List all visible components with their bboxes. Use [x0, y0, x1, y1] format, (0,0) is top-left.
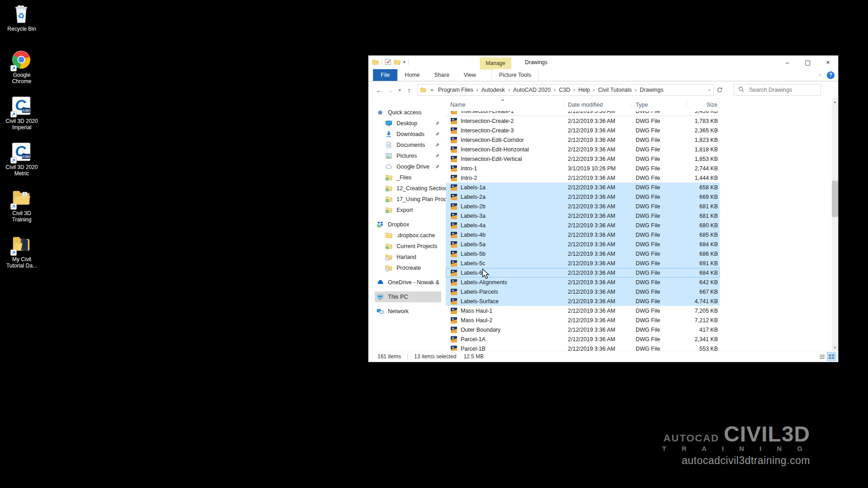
file-type: DWG File: [632, 336, 688, 343]
breadcrumb-item-help[interactable]: Help: [576, 87, 593, 93]
column-header-size[interactable]: Size: [688, 101, 720, 108]
file-row-parcel-1a[interactable]: Parcel-1A2/12/2019 3:36 AMDWG File2,341 …: [446, 334, 720, 344]
large-icons-view-icon[interactable]: [827, 352, 836, 361]
tab-home[interactable]: Home: [397, 69, 427, 81]
file-row-labels-parcels[interactable]: Labels-Parcels2/12/2019 3:36 AMDWG File6…: [446, 287, 720, 296]
file-row-labels-5b[interactable]: Labels-5b2/12/2019 3:36 AMDWG File686 KB: [446, 249, 720, 258]
sidebar-item-this-pc[interactable]: This PC: [368, 291, 446, 302]
address-folder-icon: [420, 87, 426, 93]
minimize-button[interactable]: –: [777, 56, 797, 69]
breadcrumb-overflow-chevron[interactable]: «: [429, 87, 435, 93]
search-input[interactable]: [748, 86, 816, 94]
dwg-file-icon: [450, 212, 458, 220]
recent-locations-chevron-icon[interactable]: ▼: [396, 88, 404, 93]
sidebar-item-pictures[interactable]: Pictures: [368, 150, 446, 161]
desktop-icon-civil-3d-2020-imperial[interactable]: CC3DCivil 3D 2020 Imperial: [3, 96, 41, 136]
file-row-parcel-1b[interactable]: Parcel-1B2/12/2019 3:36 AMDWG File553 KB: [446, 344, 720, 351]
collapse-ribbon-icon[interactable]: ›: [818, 74, 823, 76]
file-row-intersection-create-3[interactable]: Intersection-Create-32/12/2019 3:36 AMDW…: [446, 126, 720, 135]
scroll-up-icon[interactable]: ▲: [832, 99, 838, 105]
breadcrumb-item-civil-tutorials[interactable]: Civil Tutorials: [595, 87, 634, 93]
breadcrumb[interactable]: « Program Files›Autodesk›AutoCAD 2020›C3…: [417, 84, 714, 96]
details-view-icon[interactable]: [818, 352, 826, 361]
tab-share[interactable]: Share: [427, 69, 457, 81]
sidebar-item-desktop[interactable]: Desktop: [368, 118, 446, 129]
search-box[interactable]: [734, 84, 821, 96]
window-title: Drawings: [525, 56, 547, 69]
title-bar[interactable]: ▾ Manage Drawings – ▢ ×: [368, 56, 838, 69]
tab-file[interactable]: File: [373, 69, 397, 81]
tab-picture-tools[interactable]: Picture Tools: [491, 69, 539, 81]
properties-icon[interactable]: [385, 59, 391, 65]
file-row-labels-5c[interactable]: Labels-5c2/12/2019 3:36 AMDWG File691 KB: [446, 258, 720, 268]
forward-icon[interactable]: →: [385, 86, 396, 94]
address-dropdown-chevron-icon[interactable]: ›: [707, 89, 712, 91]
file-row-labels-1a[interactable]: Labels-1a2/12/2019 3:36 AMDWG File658 KB: [446, 183, 720, 192]
refresh-icon[interactable]: [717, 87, 723, 93]
column-header-date-modified[interactable]: Date modified: [564, 101, 632, 108]
file-row-intro-2[interactable]: Intro-22/12/2019 3:36 AMDWG File1,444 KB: [446, 173, 720, 183]
file-row-labels-5a[interactable]: Labels-5a2/12/2019 3:36 AMDWG File684 KB: [446, 239, 720, 249]
customize-toolbar-chevron-icon[interactable]: ▾: [403, 60, 406, 64]
file-row-mass-haul-1[interactable]: Mass Haul-12/12/2019 3:36 AMDWG File7,20…: [446, 306, 720, 315]
column-header-type[interactable]: Type: [632, 101, 688, 108]
sidebar-item-export[interactable]: Export: [368, 205, 446, 216]
scrollbar-thumb[interactable]: [832, 181, 838, 217]
new-folder-icon[interactable]: [394, 59, 401, 65]
sidebar-item-files[interactable]: _Files: [368, 172, 446, 183]
file-row-intersection-edit-vertical[interactable]: Intersection-Edit-Vertical2/12/2019 3:36…: [446, 154, 720, 164]
breadcrumb-item-autocad-2020[interactable]: AutoCAD 2020: [510, 87, 553, 93]
desktop-icon-civil-3d-training[interactable]: Civil 3D Training: [3, 188, 41, 228]
folder-icon[interactable]: [372, 59, 379, 65]
breadcrumb-item-drawings[interactable]: Drawings: [637, 87, 666, 93]
sidebar-item-dropbox-cache[interactable]: .dropbox.cache: [368, 230, 446, 241]
maximize-button[interactable]: ▢: [797, 56, 818, 69]
sidebar-item-current-projects[interactable]: Current Projects: [368, 241, 446, 252]
help-icon[interactable]: ?: [827, 71, 835, 79]
sidebar-item-12-creating-section[interactable]: 12_Creating Section: [368, 183, 446, 194]
column-header-name[interactable]: Name: [446, 101, 564, 108]
file-row-labels-3a[interactable]: Labels-3a2/12/2019 3:36 AMDWG File681 KB: [446, 211, 720, 221]
sidebar-item-harland[interactable]: Harland: [368, 252, 446, 263]
file-row-outer-boundary[interactable]: Outer Boundary2/12/2019 3:36 AMDWG File4…: [446, 325, 720, 334]
breadcrumb-item-program-files[interactable]: Program Files: [435, 87, 476, 93]
sidebar-item-quick-access[interactable]: Quick access: [368, 107, 446, 118]
file-name: Outer Boundary: [461, 327, 500, 333]
breadcrumb-item-autodesk[interactable]: Autodesk: [479, 87, 508, 93]
sidebar-item-dropbox[interactable]: Dropbox: [368, 219, 446, 230]
file-row-intersection-edit-horizontal[interactable]: Intersection-Edit-Horizontal2/12/2019 3:…: [446, 145, 720, 154]
desktop-icon-civil-3d-2020-metric[interactable]: CC3DCivil 3D 2020 Metric: [3, 142, 41, 182]
file-row-mass-haul-2[interactable]: Mass Haul-22/12/2019 3:36 AMDWG File7,21…: [446, 315, 720, 325]
dwg-file-icon: [450, 336, 458, 343]
sidebar-item-documents[interactable]: Documents: [368, 140, 446, 150]
file-row-labels-surface[interactable]: Labels-Surface2/12/2019 3:36 AMDWG File4…: [446, 296, 720, 306]
sidebar-item-downloads[interactable]: Downloads: [368, 129, 446, 140]
file-row-intersection-edit-corridor[interactable]: Intersection-Edit-Corridor2/12/2019 3:36…: [446, 135, 720, 145]
breadcrumb-item-c3d[interactable]: C3D: [556, 87, 573, 93]
back-icon[interactable]: ←: [374, 86, 385, 94]
watermark-brand-small: AUTOCAD: [663, 432, 719, 444]
vertical-scrollbar[interactable]: ▲ ▼: [832, 99, 838, 351]
file-row-labels-2b[interactable]: Labels-2b2/12/2019 3:36 AMDWG File681 KB: [446, 202, 720, 211]
sidebar-item-17-using-plan-produ[interactable]: 17_Using Plan Produ: [368, 194, 446, 205]
desktop-icon-my-civil-tutorial-da[interactable]: My Civil Tutorial Da...: [3, 234, 41, 274]
downloads-icon: [385, 131, 393, 138]
desktop-icon-google-chrome[interactable]: Google Chrome: [3, 50, 41, 89]
sidebar-item-google-drive[interactable]: Google Drive: [368, 161, 446, 172]
file-row-intro-1[interactable]: Intro-13/1/2019 10:26 PMDWG File2,744 KB: [446, 164, 720, 173]
close-button[interactable]: ×: [818, 56, 838, 69]
tab-view[interactable]: View: [457, 69, 483, 81]
desktop-icon-label: My Civil Tutorial Da...: [4, 256, 39, 269]
file-row-labels-4b[interactable]: Labels-4b2/12/2019 3:36 AMDWG File685 KB: [446, 230, 720, 239]
desktop-icon-recycle-bin[interactable]: ♻Recycle Bin: [3, 4, 41, 43]
file-row-intersection-create-1[interactable]: Intersection-Create-12/12/2019 3:36 AMDW…: [446, 111, 720, 116]
contextual-group-manage[interactable]: Manage: [480, 57, 511, 70]
file-row-labels-2a[interactable]: Labels-2a2/12/2019 3:36 AMDWG File669 KB: [446, 192, 720, 202]
scroll-down-icon[interactable]: ▼: [832, 344, 838, 351]
sidebar-item-network[interactable]: Network: [368, 306, 446, 317]
file-row-intersection-create-2[interactable]: Intersection-Create-22/12/2019 3:36 AMDW…: [446, 116, 720, 126]
up-icon[interactable]: ↑: [404, 86, 415, 94]
sidebar-item-onedrive-nowak[interactable]: OneDrive - Nowak &: [368, 277, 446, 288]
file-row-labels-4a[interactable]: Labels-4a2/12/2019 3:36 AMDWG File680 KB: [446, 221, 720, 230]
sidebar-item-procreate[interactable]: Procreate: [368, 263, 446, 273]
